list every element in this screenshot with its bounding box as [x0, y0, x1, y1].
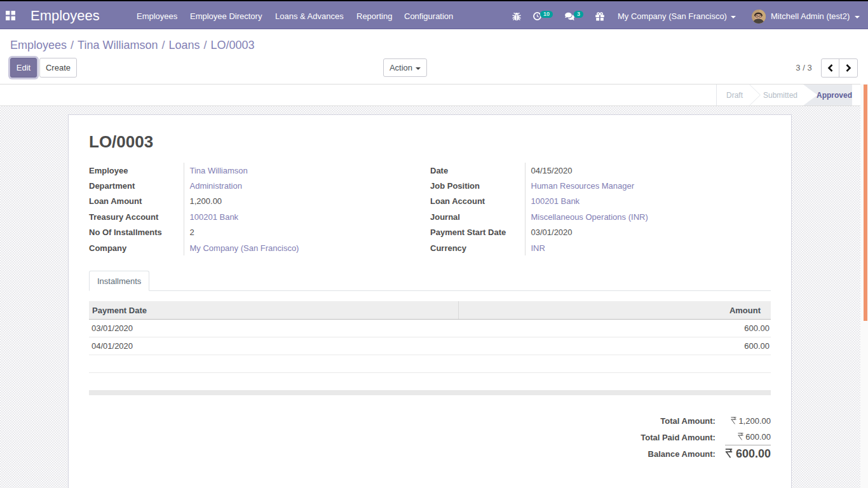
- svg-text:Draft: Draft: [726, 91, 743, 100]
- svg-text:Approved: Approved: [817, 91, 852, 100]
- svg-text:Submitted: Submitted: [763, 91, 797, 100]
